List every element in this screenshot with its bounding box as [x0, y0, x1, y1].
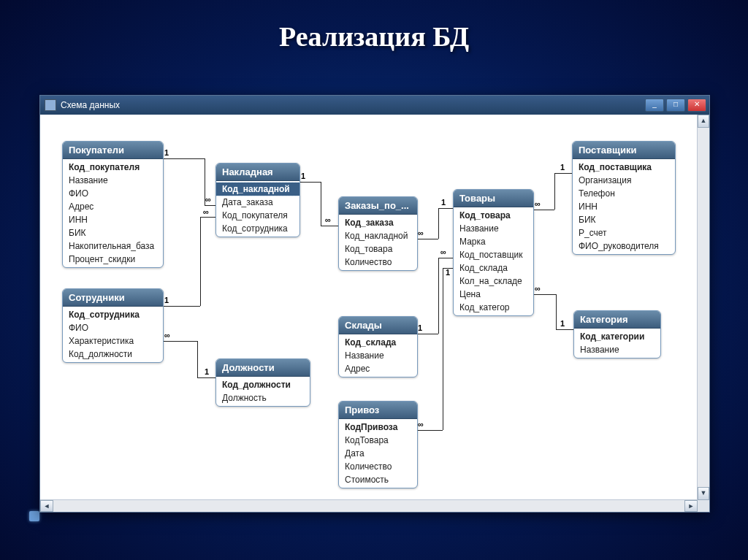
scroll-down-button[interactable]: ▼ — [698, 487, 709, 500]
cardinality-many: ∞ — [418, 420, 424, 429]
table-zakazy[interactable]: Заказы_по_... Код_заказаКод_накладнойКод… — [338, 196, 418, 271]
field-nakladnaya-2[interactable]: Код_покупателя — [216, 209, 299, 222]
field-privoz-1[interactable]: КодТовара — [339, 434, 417, 447]
field-postavshchiki-1[interactable]: Организация — [573, 174, 675, 187]
maximize-button[interactable]: □ — [666, 99, 685, 112]
field-kategoriya-0[interactable]: Код_категории — [574, 330, 660, 343]
table-title: Привоз — [339, 402, 417, 419]
table-kategoriya[interactable]: Категория Код_категорииНазвание — [573, 310, 661, 358]
field-tovary-2[interactable]: Марка — [454, 235, 533, 248]
scroll-left-button[interactable]: ◄ — [40, 500, 53, 512]
cardinality-one: 1 — [205, 367, 209, 376]
field-pokupateli-0[interactable]: Код_покупателя — [63, 161, 163, 174]
field-sotrudniki-3[interactable]: Код_должности — [63, 348, 163, 361]
cardinality-one: 1 — [301, 172, 305, 180]
table-title: Сотрудники — [63, 289, 163, 307]
field-sotrudniki-1[interactable]: ФИО — [63, 321, 163, 334]
diagram-canvas[interactable]: 1 ∞ 1 ∞ ∞ 1 1 ∞ ∞ 1 1 ∞ ∞ — [40, 115, 698, 500]
minimize-button[interactable]: _ — [645, 99, 664, 112]
field-tovary-1[interactable]: Название — [454, 222, 533, 235]
table-tovary[interactable]: Товары Код_товараНазваниеМаркаКод_постав… — [453, 189, 534, 316]
table-nakladnaya[interactable]: Накладная Код_накладнойДата_заказаКод_по… — [215, 163, 300, 237]
scrollbar-corner — [698, 500, 709, 512]
scroll-up-button[interactable]: ▲ — [698, 115, 709, 128]
cardinality-many: ∞ — [535, 284, 541, 293]
cardinality-many: ∞ — [164, 331, 170, 340]
table-title: Категория — [574, 311, 660, 329]
vertical-scrollbar[interactable]: ▲ ▼ — [697, 115, 709, 500]
app-icon — [45, 99, 56, 111]
field-sotrudniki-2[interactable]: Характеристика — [63, 334, 163, 348]
field-tovary-0[interactable]: Код_товара — [454, 209, 533, 222]
field-pokupateli-6[interactable]: Накопительная_база — [63, 239, 163, 253]
close-button[interactable]: ✕ — [687, 99, 706, 112]
field-pokupateli-2[interactable]: ФИО — [63, 187, 163, 200]
field-pokupateli-4[interactable]: ИНН — [63, 213, 163, 226]
cardinality-many: ∞ — [535, 199, 541, 208]
field-nakladnaya-3[interactable]: Код_сотрудника — [216, 222, 299, 235]
table-postavshchiki[interactable]: Поставщики Код_поставщикаОрганизацияТеле… — [572, 141, 676, 255]
table-title: Товары — [454, 190, 533, 207]
field-zakazy-1[interactable]: Код_накладной — [339, 229, 417, 242]
field-nakladnaya-1[interactable]: Дата_заказа — [216, 196, 299, 209]
cardinality-one: 1 — [441, 198, 446, 207]
window-title: Схема данных — [61, 100, 120, 110]
table-sklady[interactable]: Склады Код_складаНазваниеАдрес — [338, 316, 418, 377]
field-tovary-4[interactable]: Код_склада — [454, 261, 533, 275]
field-privoz-4[interactable]: Стоимость — [339, 473, 417, 486]
field-postavshchiki-6[interactable]: ФИО_руководителя — [573, 239, 675, 253]
field-tovary-6[interactable]: Цена — [454, 288, 533, 301]
cardinality-many: ∞ — [325, 215, 331, 224]
field-sklady-1[interactable]: Название — [339, 349, 417, 362]
cardinality-many: ∞ — [205, 195, 211, 204]
cardinality-one: 1 — [560, 163, 565, 172]
table-title: Склады — [339, 317, 417, 334]
table-title: Должности — [216, 359, 310, 377]
field-pokupateli-1[interactable]: Название — [63, 174, 163, 187]
window-titlebar[interactable]: Схема данных _ □ ✕ — [40, 96, 709, 115]
field-tovary-5[interactable]: Кол_на_складе — [454, 275, 533, 288]
cardinality-one: 1 — [560, 319, 565, 328]
cardinality-one: 1 — [418, 323, 422, 332]
field-pokupateli-5[interactable]: БИК — [63, 226, 163, 239]
field-dolzhnosti-1[interactable]: Должность — [216, 391, 310, 404]
cardinality-one: 1 — [446, 268, 450, 277]
field-dolzhnosti-0[interactable]: Код_должности — [216, 378, 310, 391]
field-zakazy-0[interactable]: Код_заказа — [339, 216, 417, 229]
cardinality-one: 1 — [164, 148, 169, 157]
horizontal-scrollbar[interactable]: ◄ ► — [40, 499, 698, 512]
scroll-right-button[interactable]: ► — [684, 500, 698, 512]
table-title: Покупатели — [63, 142, 163, 159]
field-zakazy-3[interactable]: Количество — [339, 256, 417, 269]
field-postavshchiki-2[interactable]: Телефон — [573, 187, 675, 200]
field-nakladnaya-0[interactable]: Код_накладной — [216, 183, 299, 196]
table-pokupateli[interactable]: Покупатели Код_покупателяНазваниеФИОАдре… — [62, 141, 164, 268]
field-kategoriya-1[interactable]: Название — [574, 343, 660, 356]
cardinality-many: ∞ — [203, 207, 209, 216]
field-zakazy-2[interactable]: Код_товара — [339, 242, 417, 256]
table-privoz[interactable]: Привоз КодПривозаКодТовараДатаКоличество… — [338, 401, 418, 488]
field-privoz-3[interactable]: Количество — [339, 460, 417, 473]
field-privoz-2[interactable]: Дата — [339, 447, 417, 460]
cardinality-many: ∞ — [440, 248, 446, 256]
field-postavshchiki-0[interactable]: Код_поставщика — [573, 161, 675, 174]
field-pokupateli-7[interactable]: Процент_скидки — [63, 253, 163, 266]
relationships-window: Схема данных _ □ ✕ 1 ∞ 1 ∞ ∞ 1 1 ∞ — [39, 95, 710, 513]
table-title: Накладная — [216, 164, 299, 181]
table-dolzhnosti[interactable]: Должности Код_должностиДолжность — [215, 358, 310, 407]
slide-title: Реализация БД — [0, 0, 748, 53]
field-pokupateli-3[interactable]: Адрес — [63, 200, 163, 213]
cardinality-one: 1 — [164, 296, 169, 304]
field-sklady-0[interactable]: Код_склада — [339, 336, 417, 349]
field-postavshchiki-4[interactable]: БИК — [573, 213, 675, 226]
table-sotrudniki[interactable]: Сотрудники Код_сотрудникаФИОХарактеристи… — [62, 288, 164, 363]
field-tovary-7[interactable]: Код_категор — [454, 301, 533, 314]
field-postavshchiki-3[interactable]: ИНН — [573, 200, 675, 213]
field-sklady-2[interactable]: Адрес — [339, 362, 417, 375]
field-sotrudniki-0[interactable]: Код_сотрудника — [63, 308, 163, 321]
slide-bullet — [29, 511, 39, 521]
field-privoz-0[interactable]: КодПривоза — [339, 421, 417, 434]
field-postavshchiki-5[interactable]: Р_счет — [573, 226, 675, 239]
field-tovary-3[interactable]: Код_поставщик — [454, 248, 533, 261]
table-title: Поставщики — [573, 142, 675, 159]
